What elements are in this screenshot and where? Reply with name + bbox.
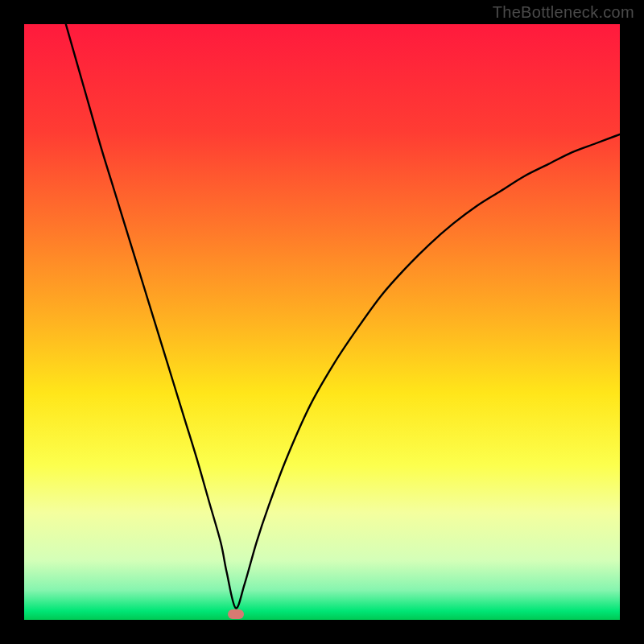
minimum-marker [228, 609, 244, 619]
chart-plot-area [24, 24, 620, 620]
chart-curve [24, 24, 620, 620]
watermark-text: TheBottleneck.com [493, 3, 634, 22]
